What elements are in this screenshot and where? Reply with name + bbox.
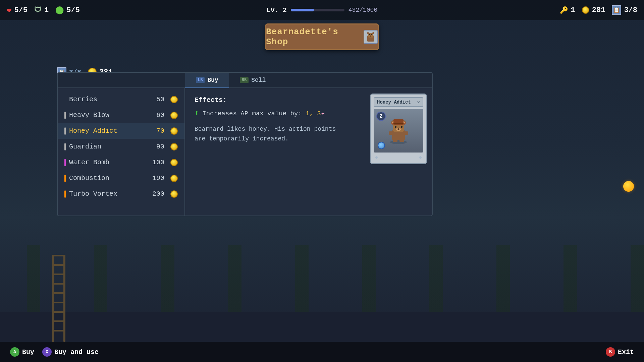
svg-rect-5 — [369, 34, 370, 35]
exit-action[interactable]: B Exit — [606, 347, 634, 357]
buy-action[interactable]: A Buy — [10, 347, 34, 357]
corner-diamond-left: ◆ — [375, 154, 378, 161]
card-close-icon: ✕ — [417, 99, 420, 105]
tab-sell-badge: RB — [240, 77, 249, 83]
top-hud: ❤ 5/5 🛡 1 ⬤ 5/5 Lv. 2 432/1000 🔑 1 281 📋… — [0, 0, 644, 20]
item-name: Water Bomb — [69, 159, 149, 166]
desc-text: Bearnard likes honey. His action points … — [195, 124, 349, 144]
list-item[interactable]: Honey Addict 70 — [58, 123, 184, 139]
shields-value: 1 — [44, 6, 49, 14]
effect-star-icon: ✦ — [321, 110, 325, 117]
coin-hud-icon — [582, 6, 589, 14]
coins-hud-value: 281 — [592, 6, 605, 14]
item-price: 190 — [152, 174, 164, 182]
shop-bear-icon — [363, 29, 378, 44]
list-item[interactable]: Water Bomb 100 — [58, 155, 184, 170]
hearts-value: 5/5 — [14, 6, 28, 14]
ap-value: 5/5 — [66, 6, 80, 14]
xp-fill — [291, 9, 314, 11]
tab-buy-badge: LB — [196, 77, 205, 83]
shop-title-container: Bearnadette's Shop — [265, 23, 379, 50]
a-label: A — [13, 349, 16, 355]
card-bear-art — [386, 117, 411, 144]
buy-use-action-label: Buy and use — [54, 348, 99, 356]
shields-group: 🛡 1 — [34, 6, 49, 15]
bottom-left-actions: A Buy X Buy and use — [10, 347, 99, 357]
svg-rect-6 — [371, 34, 372, 35]
buy-use-action[interactable]: X Buy and use — [42, 347, 99, 357]
card-preview: Honey Addict ✕ 2 — [365, 88, 432, 216]
b-label: B — [609, 349, 612, 355]
item-name: Combustion — [69, 174, 149, 182]
tab-buy-label: Buy — [207, 77, 218, 83]
item-color-bar — [64, 190, 66, 198]
exit-label: Exit — [618, 348, 634, 356]
list-item[interactable]: Berries 50 — [58, 92, 184, 107]
card-name: Honey Addict — [377, 100, 411, 105]
coins-hud-group: 281 — [582, 6, 605, 14]
xp-text: 432/1000 — [348, 7, 377, 13]
list-item[interactable]: Combustion 190 — [58, 170, 184, 186]
svg-rect-22 — [389, 131, 393, 135]
ap-group: ⬤ 5/5 — [55, 6, 80, 15]
b-button-icon: B — [606, 347, 615, 357]
item-color-bar — [64, 96, 66, 103]
item-name: Turbo Vortex — [69, 190, 149, 198]
bottom-hud: A Buy X Buy and use B Exit — [0, 342, 644, 362]
item-name: Heavy Blow — [69, 111, 153, 119]
list-item[interactable]: Turbo Vortex 200 — [58, 186, 184, 202]
item-price: 90 — [156, 143, 164, 150]
svg-rect-7 — [370, 36, 371, 37]
right-hud: 🔑 1 281 📋 3/8 — [560, 0, 637, 20]
item-coin-icon — [170, 159, 178, 166]
desc-panel: Effects: ⬆ Increases AP max value by: 1,… — [185, 88, 365, 216]
item-color-bar — [64, 127, 66, 135]
up-arrow-icon: ⬆ — [195, 109, 199, 118]
item-coin-icon — [170, 175, 178, 182]
shop-title: Bearnadette's Shop — [266, 27, 359, 47]
tab-sell[interactable]: RB Sell — [229, 73, 277, 87]
shield-icon: 🛡 — [34, 6, 42, 15]
deck-hud-group: 📋 3/8 — [612, 5, 637, 15]
key-icon: 🔑 — [560, 6, 568, 14]
tab-sell-label: Sell — [251, 77, 266, 83]
item-name: Honey Addict — [69, 127, 153, 135]
level-group: Lv. 2 432/1000 — [267, 6, 377, 14]
level-label: Lv. 2 — [267, 6, 287, 14]
item-name: Berries — [69, 96, 153, 103]
ap-icon: ⬤ — [55, 6, 64, 15]
heart-icon: ❤ — [7, 5, 11, 15]
a-button-icon: A — [10, 347, 19, 357]
item-price: 60 — [156, 111, 164, 119]
bg-trees — [0, 245, 644, 312]
item-coin-icon — [170, 190, 178, 198]
card-title-row: Honey Addict ✕ — [374, 97, 423, 107]
svg-rect-25 — [399, 138, 404, 142]
item-color-bar — [64, 159, 66, 166]
item-list: Berries 50 Heavy Blow 60 Honey Addict 70 — [58, 88, 185, 216]
item-price: 100 — [152, 159, 164, 166]
svg-rect-18 — [397, 128, 399, 130]
card-orb-icon — [378, 142, 385, 149]
shop-panel: LB Buy RB Sell Berries 50 Heavy Blow 60 — [57, 72, 433, 216]
item-price: 70 — [156, 127, 164, 135]
tab-buy[interactable]: LB Buy — [185, 73, 229, 88]
item-coin-icon — [170, 143, 178, 150]
tab-row: LB Buy RB Sell — [58, 73, 432, 88]
item-color-bar — [64, 175, 66, 182]
effect-text: Increases AP max value by: 1, 3✦ — [202, 109, 325, 117]
keys-value: 1 — [571, 6, 575, 14]
list-item[interactable]: Guardian 90 — [58, 139, 184, 155]
item-coin-icon — [170, 112, 178, 119]
item-price: 50 — [156, 96, 164, 103]
deck-hud-value: 3/8 — [624, 6, 637, 14]
deck-hud-icon: 📋 — [612, 5, 621, 15]
effect-highlight: 1, 3 — [306, 110, 321, 117]
list-item[interactable]: Heavy Blow 60 — [58, 107, 184, 123]
effects-label: Effects: — [195, 96, 356, 104]
x-label: X — [46, 349, 48, 355]
svg-rect-3 — [367, 32, 369, 34]
item-color-bar — [64, 112, 66, 119]
item-name: Guardian — [69, 143, 153, 150]
item-coin-icon — [170, 96, 178, 103]
